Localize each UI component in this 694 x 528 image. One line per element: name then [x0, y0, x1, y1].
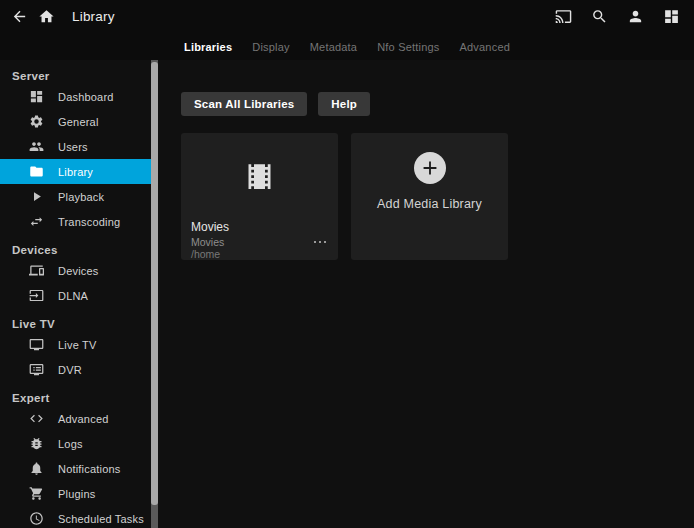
- sidebar-item-label: General: [58, 116, 99, 128]
- sidebar-item-playback[interactable]: Playback: [0, 184, 158, 209]
- plus-icon: [414, 152, 446, 184]
- sidebar-item-label: Advanced: [58, 413, 109, 425]
- admin-sidebar: Server Dashboard General Users Library P…: [0, 60, 158, 528]
- sidebar-scrollbar[interactable]: [151, 60, 158, 528]
- scrollbar-thumb[interactable]: [151, 62, 158, 505]
- arrow-back-icon[interactable]: [10, 8, 28, 26]
- sidebar-item-label: DLNA: [58, 290, 88, 302]
- library-card-movies[interactable]: Movies Movies /home: [181, 133, 338, 260]
- search-icon[interactable]: [590, 8, 608, 26]
- sidebar-item-label: Logs: [58, 438, 83, 450]
- code-icon: [29, 411, 44, 426]
- film-strip-icon: [181, 139, 338, 213]
- top-app-bar: Library: [0, 0, 694, 33]
- sidebar-item-label: Notifications: [58, 463, 121, 475]
- sidebar-item-label: Plugins: [58, 488, 95, 500]
- sidebar-item-notifications[interactable]: Notifications: [0, 456, 158, 481]
- swap-arrows-icon: [29, 214, 44, 229]
- cart-icon: [29, 486, 44, 501]
- sidebar-item-devices[interactable]: Devices: [0, 258, 158, 283]
- sidebar-item-dashboard[interactable]: Dashboard: [0, 84, 158, 109]
- main-content: Scan All Libraries Help Movies Movies /h…: [181, 60, 694, 528]
- sidebar-item-general[interactable]: General: [0, 109, 158, 134]
- bug-icon: [29, 436, 44, 451]
- library-card-title: Movies: [191, 221, 328, 234]
- tab-libraries[interactable]: Libraries: [184, 41, 232, 53]
- tab-metadata[interactable]: Metadata: [310, 41, 357, 53]
- cast-icon[interactable]: [554, 8, 572, 26]
- scan-all-libraries-button[interactable]: Scan All Libraries: [181, 92, 307, 116]
- input-icon: [29, 288, 44, 303]
- folder-icon: [29, 164, 44, 179]
- sidebar-item-label: Library: [58, 166, 93, 178]
- tab-display[interactable]: Display: [252, 41, 289, 53]
- gear-icon: [29, 114, 44, 129]
- add-media-library-card[interactable]: Add Media Library: [351, 133, 508, 260]
- sidebar-item-label: Scheduled Tasks: [58, 513, 144, 525]
- sidebar-item-plugins[interactable]: Plugins: [0, 481, 158, 506]
- sidebar-section-devices: Devices: [0, 243, 158, 257]
- topbar-actions: [554, 8, 684, 26]
- sidebar-item-label: Live TV: [58, 339, 97, 351]
- sidebar-item-library[interactable]: Library: [0, 159, 158, 184]
- sidebar-item-advanced[interactable]: Advanced: [0, 406, 158, 431]
- dvr-icon: [29, 362, 44, 377]
- users-icon: [29, 139, 44, 154]
- sidebar-item-scheduled-tasks[interactable]: Scheduled Tasks: [0, 506, 158, 528]
- sidebar-item-dlna[interactable]: DLNA: [0, 283, 158, 308]
- ellipsis-menu-button[interactable]: [312, 238, 329, 247]
- sidebar-item-label: Playback: [58, 191, 104, 203]
- library-cards: Movies Movies /home Add Media Library: [181, 133, 508, 260]
- sidebar-item-label: Dashboard: [58, 91, 114, 103]
- sidebar-item-label: Transcoding: [58, 216, 120, 228]
- tv-icon: [29, 337, 44, 352]
- devices-icon: [29, 263, 44, 278]
- library-actions: Scan All Libraries Help: [181, 92, 370, 116]
- sidebar-item-logs[interactable]: Logs: [0, 431, 158, 456]
- page-title: Library: [72, 9, 115, 24]
- tab-advanced[interactable]: Advanced: [460, 41, 511, 53]
- sidebar-item-users[interactable]: Users: [0, 134, 158, 159]
- home-icon[interactable]: [37, 8, 55, 26]
- tab-nfo-settings[interactable]: Nfo Settings: [377, 41, 439, 53]
- jellyfin-admin-page: Library Libraries Display Metadata Nfo S…: [0, 0, 694, 528]
- library-card-subtitle: Movies: [191, 236, 224, 248]
- sidebar-section-server: Server: [0, 69, 158, 83]
- sidebar-section-live-tv: Live TV: [0, 317, 158, 331]
- sidebar-item-dvr[interactable]: DVR: [0, 357, 158, 382]
- sidebar-item-label: DVR: [58, 364, 82, 376]
- dashboard-grid-icon: [29, 89, 44, 104]
- dashboard-grid-icon[interactable]: [662, 8, 680, 26]
- sidebar-item-label: Users: [58, 141, 88, 153]
- sidebar-item-transcoding[interactable]: Transcoding: [0, 209, 158, 234]
- clock-icon: [29, 511, 44, 526]
- sidebar-item-label: Devices: [58, 265, 99, 277]
- play-icon: [29, 189, 44, 204]
- sidebar-section-expert: Expert: [0, 391, 158, 405]
- help-button[interactable]: Help: [318, 92, 370, 116]
- bell-icon: [29, 461, 44, 476]
- settings-tabstrip: Libraries Display Metadata Nfo Settings …: [0, 33, 694, 60]
- add-card-label: Add Media Library: [377, 197, 482, 211]
- library-card-path: /home: [191, 248, 328, 260]
- user-icon[interactable]: [626, 8, 644, 26]
- sidebar-item-live-tv[interactable]: Live TV: [0, 332, 158, 357]
- library-card-text: Movies Movies /home: [181, 213, 338, 260]
